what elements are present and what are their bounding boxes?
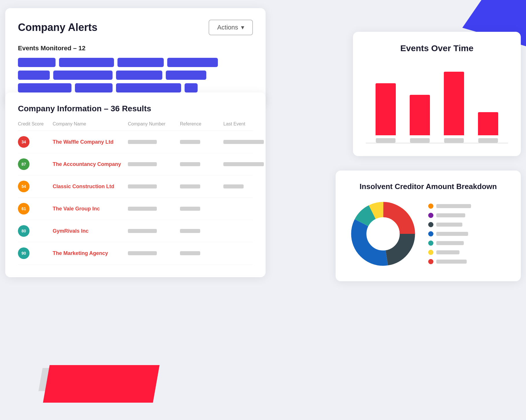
legend-dot-yellow xyxy=(428,250,433,255)
legend-dot-darknavy xyxy=(428,222,433,227)
events-title: Events Over Time xyxy=(366,43,508,53)
col-credit-score: Credit Score xyxy=(18,121,53,127)
tag-item[interactable] xyxy=(166,71,206,80)
company-name-link[interactable]: Classic Construction Ltd xyxy=(53,184,128,190)
bar xyxy=(410,95,430,135)
bar-group xyxy=(369,83,403,143)
credit-score-badge: 34 xyxy=(18,136,30,148)
col-company-number: Company Number xyxy=(128,121,180,127)
table-row: 80 GymRivals Inc xyxy=(18,220,253,242)
col-last-event: Last Event xyxy=(223,121,275,127)
creditor-card: Insolvent Creditor Amount Breakdown xyxy=(336,171,521,281)
legend-item xyxy=(428,240,471,246)
last-event-cell xyxy=(223,184,275,188)
legend-dot-purple xyxy=(428,213,433,218)
legend-dot-blue xyxy=(428,231,433,236)
bar-x-label xyxy=(376,138,396,143)
legend-bar xyxy=(436,232,468,236)
bar-group xyxy=(403,95,437,143)
company-number-cell xyxy=(128,229,180,233)
events-monitored-label: Events Monitored – 12 xyxy=(18,45,253,52)
creditor-content xyxy=(348,199,508,269)
tag-item[interactable] xyxy=(116,83,181,92)
legend-dot-orange xyxy=(428,203,433,209)
table-row: 54 Classic Construction Ltd xyxy=(18,175,253,198)
table-row: 61 The Vale Group Inc xyxy=(18,198,253,220)
reference-cell xyxy=(180,207,223,211)
credit-score-badge: 90 xyxy=(18,247,30,259)
tag-item[interactable] xyxy=(18,83,71,92)
tag-item[interactable] xyxy=(167,58,218,67)
bar xyxy=(444,72,464,135)
page-wrapper: Company Alerts Actions ▾ Events Monitore… xyxy=(0,0,526,420)
legend-item xyxy=(428,203,471,209)
table-header: Credit Score Company Name Company Number… xyxy=(18,121,253,131)
credit-score-badge: 54 xyxy=(18,181,30,192)
legend xyxy=(428,203,471,264)
legend-bar xyxy=(436,213,465,217)
bar-x-label xyxy=(444,138,464,143)
credit-score-badge: 87 xyxy=(18,158,30,170)
tag-item[interactable] xyxy=(18,58,56,67)
legend-dot-teal xyxy=(428,240,433,246)
tag-item[interactable] xyxy=(75,83,113,92)
score-cell: 34 xyxy=(18,136,53,148)
company-alerts-card: Company Alerts Actions ▾ Events Monitore… xyxy=(5,8,266,105)
tag-item[interactable] xyxy=(116,71,162,80)
score-cell: 80 xyxy=(18,225,53,237)
company-number-cell xyxy=(128,140,180,144)
donut-svg xyxy=(348,199,418,269)
company-info-card: Company Information – 36 Results Credit … xyxy=(5,92,266,277)
events-over-time-card: Events Over Time xyxy=(353,32,521,156)
reference-cell xyxy=(180,229,223,233)
tag-item[interactable] xyxy=(53,71,113,80)
reference-cell xyxy=(180,251,223,255)
col-company-name: Company Name xyxy=(53,121,128,127)
legend-bar xyxy=(436,260,467,264)
company-name-link[interactable]: The Marketing Agency xyxy=(53,250,128,256)
company-name-link[interactable]: The Accountancy Company xyxy=(53,161,128,167)
info-title: Company Information – 36 Results xyxy=(18,104,253,113)
table-row: 87 The Accountancy Company xyxy=(18,153,253,175)
legend-item xyxy=(428,222,471,227)
deco-red-bottom xyxy=(43,365,160,403)
reference-cell xyxy=(180,140,223,144)
alerts-title: Company Alerts xyxy=(18,21,98,34)
donut-chart xyxy=(348,199,418,269)
credit-score-badge: 80 xyxy=(18,225,30,237)
last-event-cell xyxy=(223,207,275,211)
score-cell: 54 xyxy=(18,181,53,192)
bar-group xyxy=(471,112,505,143)
company-number-cell xyxy=(128,251,180,255)
bar-chart xyxy=(366,62,508,143)
legend-item xyxy=(428,213,471,218)
company-name-link[interactable]: GymRivals Inc xyxy=(53,228,128,234)
tag-item[interactable] xyxy=(59,58,114,67)
creditor-title: Insolvent Creditor Amount Breakdown xyxy=(348,182,508,191)
legend-bar xyxy=(436,204,471,208)
actions-button[interactable]: Actions ▾ xyxy=(209,20,253,35)
col-reference: Reference xyxy=(180,121,223,127)
last-event-cell xyxy=(223,251,275,255)
tag-item[interactable] xyxy=(185,83,198,92)
tag-container xyxy=(18,58,253,92)
bar-x-label xyxy=(410,138,430,143)
score-cell: 61 xyxy=(18,203,53,214)
tag-item[interactable] xyxy=(117,58,164,67)
company-name-link[interactable]: The Vale Group Inc xyxy=(53,206,128,212)
legend-bar xyxy=(436,250,459,254)
company-name-link[interactable]: The Waffle Company Ltd xyxy=(53,139,128,145)
legend-bar xyxy=(436,241,464,245)
last-event-cell xyxy=(223,229,275,233)
last-event-cell xyxy=(223,162,275,166)
score-cell: 90 xyxy=(18,247,53,259)
company-number-cell xyxy=(128,184,180,188)
table-row: 90 The Marketing Agency xyxy=(18,242,253,264)
actions-label: Actions xyxy=(217,24,238,31)
bar-x-label xyxy=(478,138,498,143)
table-row: 34 The Waffle Company Ltd xyxy=(18,131,253,153)
legend-dot-red xyxy=(428,259,433,264)
donut-hole xyxy=(367,218,399,250)
legend-item xyxy=(428,250,471,255)
tag-item[interactable] xyxy=(18,71,50,80)
